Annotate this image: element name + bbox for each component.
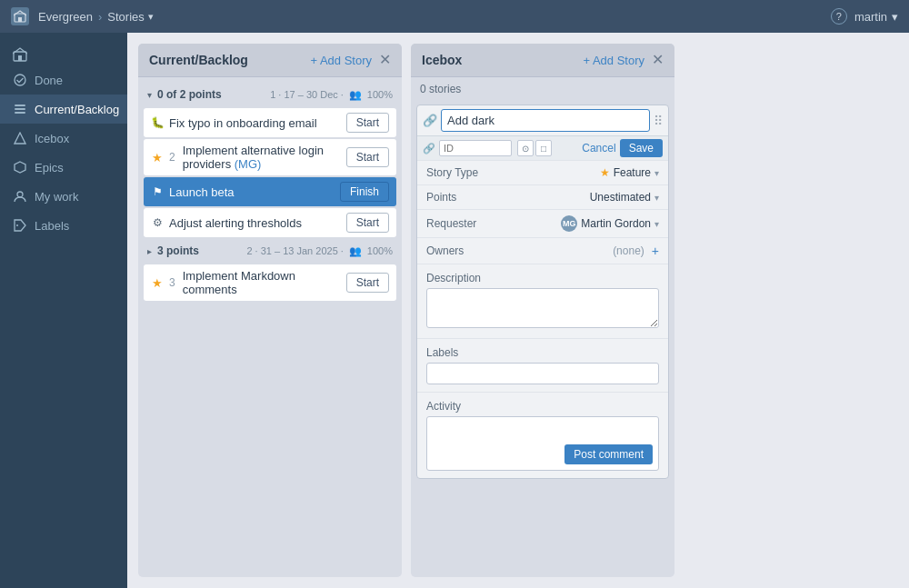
story-id-input[interactable] [439, 140, 512, 156]
story-title: Implement Markdown comments [183, 269, 341, 296]
sidebar-label-done: Done [35, 74, 63, 87]
save-button[interactable]: Save [620, 139, 663, 157]
activity-area: Post comment [426, 416, 659, 471]
labels-label: Labels [426, 346, 659, 359]
labels-input[interactable] [426, 363, 659, 384]
svg-marker-9 [15, 162, 25, 173]
user-menu[interactable]: martin ▾ [854, 10, 898, 24]
sidebar-item-current-backlog[interactable]: Current/Backlog [0, 95, 127, 124]
sidebar-item-home[interactable] [0, 40, 127, 65]
start-button[interactable]: Start [346, 273, 389, 293]
group1-collapse[interactable]: ▾ [147, 90, 152, 100]
sidebar: Done Current/Backlog Icebox Epics My wor… [0, 33, 127, 588]
drag-handle[interactable]: ⠿ [654, 114, 663, 128]
breadcrumb-dropdown-icon[interactable]: ▾ [148, 11, 154, 23]
icebox-title: Icebox [422, 53, 583, 67]
new-story-form: 🔗 ⠿ 🔗 ⊙ □ Cancel Save [416, 105, 669, 479]
link-icon-small: 🔗 [423, 143, 435, 154]
link-icon: 🔗 [423, 114, 437, 127]
story-link[interactable]: (MG) [235, 157, 262, 171]
sidebar-label-current-backlog: Current/Backlog [35, 103, 119, 116]
svg-rect-3 [18, 55, 22, 61]
story-form-id-row: 🔗 ⊙ □ Cancel Save [417, 135, 668, 160]
home-button[interactable] [11, 7, 29, 25]
breadcrumb-evergreen[interactable]: Evergreen [38, 10, 93, 24]
svg-point-4 [15, 75, 25, 85]
group2-collapse[interactable]: ▸ [147, 246, 152, 256]
requester-value[interactable]: MG Martin Gordon ▾ [499, 215, 659, 232]
topbar-right: ? martin ▾ [831, 8, 898, 25]
sidebar-item-icebox[interactable]: Icebox [0, 124, 127, 153]
svg-point-11 [16, 224, 18, 226]
story-type-text: Feature [614, 166, 651, 179]
post-comment-button[interactable]: Post comment [564, 444, 653, 464]
current-backlog-add-story[interactable]: + Add Story [310, 54, 372, 67]
svg-rect-7 [15, 112, 25, 114]
points-label: Points [426, 191, 499, 204]
icebox-close[interactable]: ✕ [652, 53, 664, 67]
story-type-field: Story Type ★ Feature ▾ [417, 160, 668, 184]
start-button[interactable]: Start [346, 213, 389, 233]
current-backlog-body: ▾ 0 of 2 points 1 · 17 – 30 Dec · 👥 100%… [138, 77, 402, 577]
activity-label: Activity [426, 400, 659, 413]
icebox-add-story[interactable]: + Add Story [583, 54, 644, 67]
star-icon: ★ [151, 151, 164, 164]
start-button[interactable]: Start [346, 113, 389, 133]
group2-header: ▸ 3 points 2 · 31 – 13 Jan 2025 · 👥 100% [138, 239, 402, 263]
icebox-icon [13, 131, 27, 145]
breadcrumb-stories[interactable]: Stories ▾ [107, 10, 153, 24]
svg-rect-5 [15, 105, 25, 106]
help-button[interactable]: ? [831, 8, 847, 25]
points-field: Points Unestimated ▾ [417, 184, 668, 209]
sidebar-item-done[interactable]: Done [0, 65, 127, 95]
points-value[interactable]: Unestimated ▾ [499, 191, 659, 204]
current-backlog-title: Current/Backlog [149, 53, 310, 67]
current-backlog-header: Current/Backlog + Add Story ✕ [138, 44, 402, 77]
done-icon [13, 73, 27, 87]
story-row: 🐛 Fix typo in onboarding email Start [144, 108, 396, 137]
current-backlog-icon [13, 102, 27, 116]
home-nav-icon [13, 47, 27, 62]
id-icon-btn2[interactable]: □ [535, 140, 552, 156]
breadcrumb-sep1: › [98, 10, 102, 24]
sidebar-item-labels[interactable]: Labels [0, 211, 127, 240]
owners-value: (none) + [499, 244, 659, 258]
icebox-count: 0 stories [411, 77, 674, 101]
add-owner-button[interactable]: + [652, 244, 659, 258]
story-name-input[interactable] [441, 109, 650, 132]
requester-chevron: ▾ [654, 219, 659, 229]
id-icons: ⊙ □ [517, 140, 552, 156]
id-icon-btn1[interactable]: ⊙ [517, 140, 534, 156]
cancel-button[interactable]: Cancel [582, 139, 615, 157]
group1-points: 0 of 2 points [157, 88, 222, 101]
current-backlog-close[interactable]: ✕ [379, 53, 391, 67]
story-row: ★ 3 Implement Markdown comments Start [144, 264, 396, 301]
story-row: ★ 2 Implement alternative login provider… [144, 139, 396, 175]
breadcrumb: Evergreen › Stories ▾ [38, 10, 831, 24]
mywork-icon [13, 189, 27, 204]
owners-label: Owners [426, 244, 499, 257]
start-button[interactable]: Start [346, 147, 389, 167]
labels-section: Labels [417, 338, 668, 392]
story-type-value[interactable]: ★ Feature ▾ [499, 166, 659, 179]
feature-star-icon: ★ [600, 166, 610, 179]
sidebar-item-mywork[interactable]: My work [0, 182, 127, 211]
story-title: Adjust alerting thresholds [169, 216, 341, 230]
story-title: Launch beta [169, 185, 335, 199]
form-actions: Cancel Save [582, 139, 663, 157]
icebox-panel: Icebox + Add Story ✕ 0 stories 🔗 ⠿ 🔗 ⊙ □ [411, 44, 674, 577]
description-textarea[interactable] [426, 288, 659, 328]
group2-meta: 2 · 31 – 13 Jan 2025 · 👥 100% [246, 245, 393, 257]
requester-name: Martin Gordon [581, 217, 651, 230]
flag-icon: ⚑ [151, 185, 164, 198]
story-title: Fix typo in onboarding email [169, 116, 341, 130]
points-text: Unestimated [590, 191, 651, 204]
sidebar-label-epics: Epics [35, 161, 64, 174]
finish-button[interactable]: Finish [340, 182, 389, 202]
description-section: Description [417, 264, 668, 338]
story-num: 2 [169, 151, 175, 164]
current-backlog-panel: Current/Backlog + Add Story ✕ ▾ 0 of 2 p… [138, 44, 402, 577]
sidebar-item-epics[interactable]: Epics [0, 153, 127, 182]
story-row: ⚑ Launch beta Finish [144, 177, 396, 206]
sidebar-label-mywork: My work [35, 190, 78, 204]
